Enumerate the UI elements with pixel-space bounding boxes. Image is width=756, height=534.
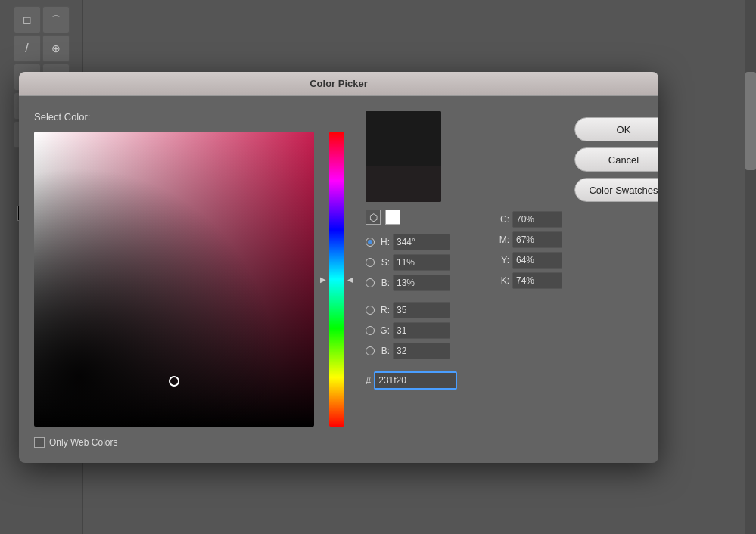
dialog-title: Color Picker xyxy=(310,78,368,89)
color-preview-current xyxy=(366,166,441,202)
tool-row-1: ◻ ⌒ xyxy=(14,6,70,33)
y-field-row: Y: xyxy=(499,252,562,269)
h-radio[interactable] xyxy=(366,238,375,247)
r-input[interactable] xyxy=(393,302,450,318)
h-input[interactable] xyxy=(393,234,450,250)
b-field-row: B: xyxy=(366,275,487,291)
s-field-row: S: xyxy=(366,254,487,271)
scrollbar-thumb[interactable] xyxy=(745,72,756,170)
b2-input[interactable] xyxy=(393,343,450,359)
c-label: C: xyxy=(499,214,509,225)
spectrum-arrow-left-icon: ▶ xyxy=(320,275,326,284)
dialog-body: Select Color: ▶ ◀ Only Web Colors xyxy=(19,96,658,463)
hash-row: # xyxy=(366,371,487,390)
b2-field-row: B: xyxy=(366,343,487,359)
spectrum-container: ▶ ◀ xyxy=(320,132,353,427)
s-label: S: xyxy=(378,257,390,268)
middle-panel: ⬡ H: S: B: xyxy=(366,111,487,390)
tool-row-2: / ⊕ xyxy=(14,35,70,62)
marquee-tool[interactable]: ◻ xyxy=(14,6,41,33)
color-preview-new xyxy=(366,111,441,166)
color-preview-box xyxy=(366,111,441,202)
m-field-row: M: xyxy=(499,231,562,248)
spectrum-bar[interactable] xyxy=(329,132,344,427)
y-input[interactable] xyxy=(512,252,562,269)
s-radio[interactable] xyxy=(366,258,375,267)
m-input[interactable] xyxy=(512,231,562,248)
k-input[interactable] xyxy=(512,272,562,289)
left-panel: Select Color: ▶ ◀ Only Web Colors xyxy=(34,111,353,448)
hsb-rgb-fields: H: S: B: R: xyxy=(366,234,487,390)
out-of-gamut-swatch[interactable] xyxy=(385,210,400,225)
k-field-row: K: xyxy=(499,272,562,289)
b-radio[interactable] xyxy=(366,278,375,287)
b-label: B: xyxy=(378,278,390,288)
c-input[interactable] xyxy=(512,211,562,228)
ok-button[interactable]: OK xyxy=(574,117,658,141)
clone-tool[interactable]: ⊕ xyxy=(42,35,70,62)
hash-symbol: # xyxy=(366,375,371,387)
color-picker-dialog: Color Picker Select Color: ▶ ◀ Only xyxy=(19,72,658,463)
only-web-colors-label: Only Web Colors xyxy=(49,437,117,448)
right-scrollbar[interactable] xyxy=(745,0,756,534)
r-label: R: xyxy=(378,305,390,315)
s-input[interactable] xyxy=(393,254,450,271)
lasso-tool[interactable]: ⌒ xyxy=(42,6,70,33)
c-field-row: C: xyxy=(499,211,562,228)
only-web-colors-row: Only Web Colors xyxy=(34,437,353,448)
m-label: M: xyxy=(499,234,509,245)
picker-area: ▶ ◀ xyxy=(34,132,353,427)
h-field-row: H: xyxy=(366,234,487,250)
r-field-row: R: xyxy=(366,302,487,318)
cancel-button[interactable]: Cancel xyxy=(574,147,658,172)
y-label: Y: xyxy=(499,255,509,265)
color-gradient-field[interactable] xyxy=(34,132,314,427)
b2-label: B: xyxy=(378,346,390,356)
cmyk-panel: C: M: Y: K: xyxy=(499,211,562,289)
color-cursor xyxy=(169,376,179,387)
k-label: K: xyxy=(499,275,509,286)
brush-tool[interactable]: / xyxy=(14,35,41,62)
dialog-title-bar: Color Picker xyxy=(19,72,658,96)
hex-input[interactable] xyxy=(374,371,457,390)
cube-icon-area: ⬡ xyxy=(366,210,487,225)
cube-icon: ⬡ xyxy=(366,210,381,225)
spectrum-arrow-right-icon: ◀ xyxy=(347,275,353,284)
select-color-label: Select Color: xyxy=(34,111,353,123)
only-web-colors-checkbox[interactable] xyxy=(34,437,45,448)
g-label: G: xyxy=(378,325,390,336)
color-swatches-button[interactable]: Color Swatches xyxy=(574,178,658,202)
b-input[interactable] xyxy=(393,275,450,291)
buttons-panel: OK Cancel Color Swatches xyxy=(574,117,658,202)
b2-radio[interactable] xyxy=(366,346,375,355)
g-input[interactable] xyxy=(393,322,450,339)
g-field-row: G: xyxy=(366,322,487,339)
g-radio[interactable] xyxy=(366,326,375,335)
h-label: H: xyxy=(378,237,390,247)
r-radio[interactable] xyxy=(366,306,375,315)
